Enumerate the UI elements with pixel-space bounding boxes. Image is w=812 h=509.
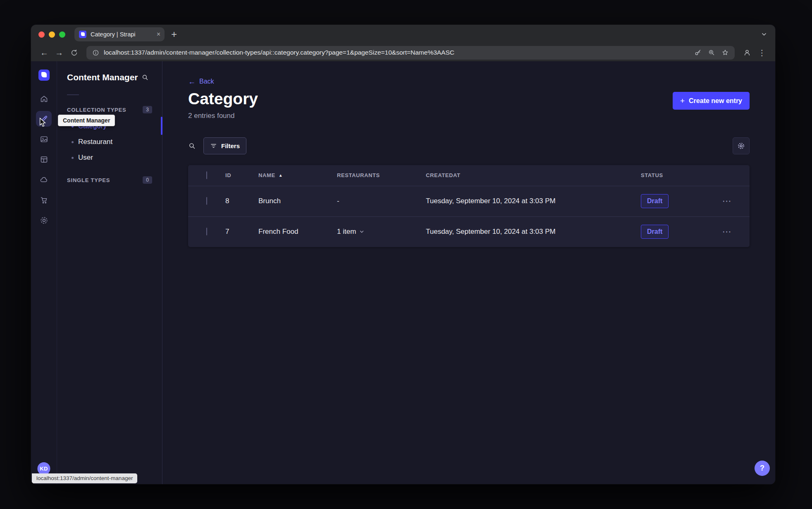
back-arrow-icon: ←	[188, 78, 196, 85]
table-row[interactable]: 7 French Food 1 item Tuesday, September …	[188, 216, 750, 247]
bookmark-star-icon[interactable]	[721, 49, 729, 56]
gear-icon	[737, 142, 745, 150]
subnav-item-label: Restaurant	[78, 138, 112, 146]
filter-icon	[210, 142, 217, 149]
close-window-button[interactable]	[38, 31, 45, 38]
row-checkbox[interactable]	[206, 228, 207, 235]
strapi-favicon-icon	[79, 31, 86, 38]
column-header-status[interactable]: STATUS	[641, 172, 704, 178]
page-title: Category	[188, 90, 258, 108]
browser-window: Category | Strapi × + ← → localhost:1337…	[31, 25, 775, 484]
divider	[67, 94, 79, 95]
cell-restaurants: -	[337, 197, 426, 205]
entries-count: 2 entries found	[188, 112, 258, 120]
zoom-window-button[interactable]	[59, 31, 65, 38]
traffic-lights	[38, 31, 65, 38]
address-bar[interactable]: localhost:1337/admin/content-manager/col…	[86, 46, 735, 60]
plus-icon: +	[680, 97, 685, 105]
cell-restaurants: 1 item	[337, 228, 356, 236]
single-types-header: SINGLE TYPES 0	[67, 176, 152, 184]
chevron-down-icon	[359, 229, 364, 234]
column-header-id[interactable]: ID	[225, 172, 258, 178]
strapi-logo[interactable]	[38, 70, 50, 81]
browser-titlebar: Category | Strapi × +	[31, 25, 775, 44]
mouse-cursor	[39, 118, 47, 128]
media-library-icon[interactable]	[36, 131, 52, 147]
link-preview-status: localhost:1337/admin/content-manager	[32, 473, 137, 483]
entries-table: ID NAME ▲ RESTAURANTS CREATEDAT STATUS 8…	[188, 165, 750, 247]
select-all-checkbox[interactable]	[206, 171, 207, 179]
collection-types-header: COLLECTION TYPES 3	[67, 106, 152, 113]
collection-types-label: COLLECTION TYPES	[67, 107, 127, 113]
tab-search-chevron-icon[interactable]	[761, 31, 767, 37]
filters-button[interactable]: Filters	[203, 137, 246, 154]
settings-icon[interactable]	[36, 212, 52, 228]
cell-createdat: Tuesday, September 10, 2024 at 3:03 PM	[426, 228, 641, 236]
profile-avatar-icon[interactable]	[740, 46, 754, 59]
row-checkbox[interactable]	[206, 197, 207, 205]
new-tab-button[interactable]: +	[171, 29, 177, 39]
single-types-label: SINGLE TYPES	[67, 177, 110, 183]
site-info-icon[interactable]	[92, 49, 99, 56]
status-badge: Draft	[641, 225, 669, 239]
strapi-app: KD Content Manager COLLECTION TYPES 3 Ca…	[31, 61, 775, 484]
bullet-icon	[72, 157, 74, 159]
subnav-header: Content Manager	[67, 70, 152, 84]
marketplace-icon[interactable]	[36, 192, 52, 208]
row-actions-icon[interactable]: ⋯	[722, 227, 732, 236]
home-icon[interactable]	[36, 91, 52, 106]
omnibox-actions	[694, 49, 729, 56]
bullet-icon	[72, 141, 74, 143]
content-manager-tooltip: Content Manager	[58, 115, 115, 126]
main-content: ← Back Category 2 entries found + Create…	[162, 61, 775, 484]
active-item-indicator	[161, 117, 162, 135]
back-link[interactable]: ← Back	[188, 78, 214, 85]
cell-name: French Food	[258, 228, 337, 236]
collection-types-count-badge: 3	[143, 106, 152, 113]
create-new-entry-label: Create new entry	[689, 97, 742, 105]
content-type-builder-icon[interactable]	[36, 151, 52, 167]
column-header-name-label: NAME	[258, 172, 275, 178]
subnav-item-label: User	[78, 154, 93, 162]
column-header-restaurants[interactable]: RESTAURANTS	[337, 172, 426, 178]
browser-menu-icon[interactable]: ⋮	[755, 46, 769, 59]
list-controls: Filters	[188, 137, 750, 154]
page-header: Category 2 entries found + Create new en…	[188, 90, 750, 120]
view-settings-button[interactable]	[733, 137, 750, 154]
minimize-window-button[interactable]	[49, 31, 55, 38]
password-key-icon[interactable]	[694, 49, 702, 56]
table-header-row: ID NAME ▲ RESTAURANTS CREATEDAT STATUS	[188, 165, 750, 186]
cloud-icon[interactable]	[36, 172, 52, 187]
cell-createdat: Tuesday, September 10, 2024 at 3:03 PM	[426, 197, 641, 205]
filters-label: Filters	[221, 142, 240, 149]
create-new-entry-button[interactable]: + Create new entry	[673, 92, 750, 110]
search-icon[interactable]	[188, 142, 196, 150]
browser-toolbar: ← → localhost:1337/admin/content-manager…	[31, 44, 775, 61]
search-icon[interactable]	[138, 70, 152, 84]
subnav-item-restaurant[interactable]: Restaurant	[67, 134, 152, 150]
cell-id: 8	[225, 197, 258, 205]
single-types-count-badge: 0	[143, 176, 152, 184]
subnav-title: Content Manager	[67, 72, 138, 82]
column-header-createdat[interactable]: CREATEDAT	[426, 172, 641, 178]
back-label: Back	[199, 78, 214, 85]
subnav-item-user[interactable]: User	[67, 150, 152, 166]
reload-button[interactable]	[67, 46, 81, 59]
restaurants-expander[interactable]: 1 item	[337, 228, 364, 236]
column-header-name[interactable]: NAME ▲	[258, 172, 337, 178]
browser-tab[interactable]: Category | Strapi ×	[74, 27, 165, 41]
cell-name: Brunch	[258, 197, 337, 205]
cell-id: 7	[225, 228, 258, 236]
tab-close-icon[interactable]: ×	[157, 31, 160, 38]
table-row[interactable]: 8 Brunch - Tuesday, September 10, 2024 a…	[188, 186, 750, 216]
zoom-icon[interactable]	[708, 49, 715, 56]
tab-title: Category | Strapi	[91, 31, 153, 38]
row-actions-icon[interactable]: ⋯	[722, 197, 732, 206]
sort-ascending-icon: ▲	[279, 173, 283, 178]
forward-button[interactable]: →	[53, 46, 66, 59]
back-button[interactable]: ←	[38, 46, 51, 59]
help-button[interactable]: ?	[755, 461, 770, 476]
status-badge: Draft	[641, 194, 669, 208]
url-text[interactable]: localhost:1337/admin/content-manager/col…	[104, 49, 690, 56]
